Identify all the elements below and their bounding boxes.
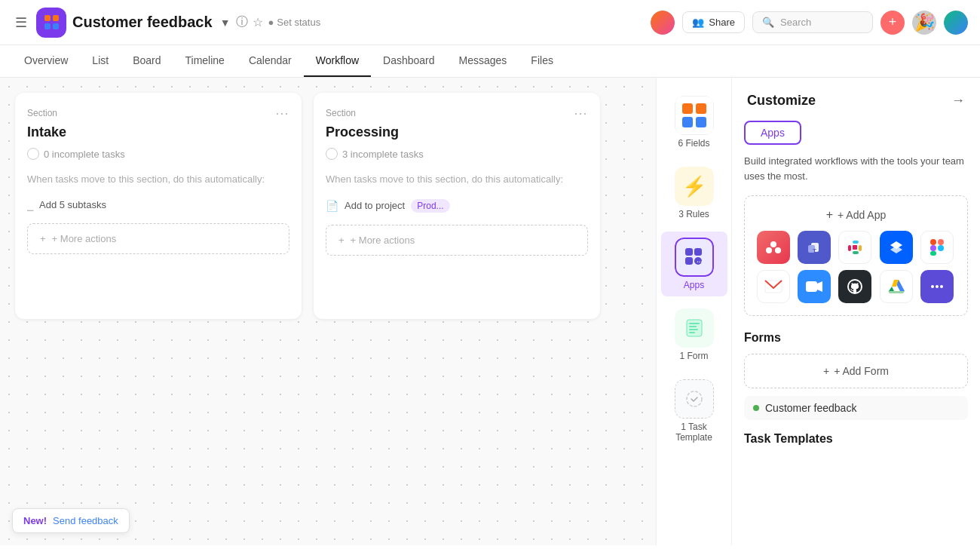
plus-icon-proc: + [338, 235, 345, 246]
tab-calendar[interactable]: Calendar [237, 45, 304, 77]
app-icon-teams[interactable]: T [798, 231, 831, 264]
svg-rect-18 [848, 245, 851, 251]
customize-panel: Customize → Apps Build integrated workfl… [731, 78, 980, 545]
main-content: Section ⋯ Intake 0 incomplete tasks When… [0, 78, 980, 545]
header: ☰ Customer feedback ▼ ⓘ ☆ ● Set status 👥 [0, 0, 980, 45]
plus-icon-app: + [826, 208, 833, 222]
set-status[interactable]: ● Set status [268, 17, 320, 28]
app-icon-github[interactable] [838, 270, 871, 303]
header-left: ☰ Customer feedback ▼ ⓘ ☆ ● Set status [12, 8, 645, 38]
svg-point-39 [936, 285, 939, 288]
sidebar-item-task-template[interactable]: 1 Task Template [661, 373, 727, 449]
add-app-button[interactable]: + + Add App [757, 208, 955, 222]
svg-rect-1 [694, 248, 702, 256]
sidebar-item-apps[interactable]: ⋯ Apps [661, 232, 727, 296]
task-templates-heading: Task Templates [744, 432, 968, 446]
plus-icon: + [40, 233, 46, 244]
svg-marker-37 [888, 291, 905, 293]
tab-list[interactable]: List [80, 45, 121, 77]
rules-label: 3 Rules [678, 209, 709, 219]
section-menu-intake[interactable]: ⋯ [275, 105, 289, 121]
share-button[interactable]: 👥 Share [682, 11, 745, 33]
svg-rect-26 [938, 239, 944, 245]
apps-description: Build integrated workflows with the tool… [744, 154, 968, 183]
customize-header: Customize → [732, 78, 980, 121]
apps-sidebar-label: Apps [684, 280, 704, 290]
app-icon-asana[interactable] [757, 231, 790, 264]
svg-rect-20 [853, 251, 859, 254]
task-template-label: 1 Task Template [667, 422, 721, 443]
more-actions-button-intake[interactable]: + + More actions [27, 223, 289, 254]
svg-marker-32 [817, 281, 822, 292]
svg-rect-31 [806, 281, 817, 292]
app-icon [36, 8, 66, 38]
svg-rect-22 [853, 245, 857, 250]
sidebar-item-rules[interactable]: ⚡ 3 Rules [661, 161, 727, 225]
section-card-intake: Section ⋯ Intake 0 incomplete tasks When… [15, 93, 302, 319]
search-box[interactable]: 🔍 Search [752, 11, 873, 33]
apps-icon-box: ⋯ [675, 238, 714, 277]
svg-rect-29 [930, 251, 936, 256]
workflow-canvas: Section ⋯ Intake 0 incomplete tasks When… [0, 78, 656, 545]
close-icon[interactable]: → [951, 93, 965, 109]
project-icon: 📄 [326, 200, 338, 212]
tab-dashboard[interactable]: Dashboard [371, 45, 447, 77]
app-icon-drive[interactable] [880, 270, 913, 303]
fields-icon-box [675, 96, 714, 135]
app-icon-zoom[interactable] [798, 270, 831, 303]
section-menu-processing[interactable]: ⋯ [574, 105, 588, 121]
add-form-button[interactable]: + + Add Form [744, 354, 968, 388]
info-icon[interactable]: ⓘ [236, 14, 248, 30]
sidebar-item-fields[interactable]: 6 Fields [661, 90, 727, 155]
tab-messages[interactable]: Messages [447, 45, 519, 77]
new-badge: New! [23, 515, 47, 526]
svg-rect-2 [685, 257, 693, 265]
task-count-processing: 3 incomplete tasks [326, 148, 588, 160]
section-label-intake: Section [27, 108, 57, 118]
app-icon-dropbox[interactable] [880, 231, 913, 264]
form-label: 1 Form [679, 351, 708, 361]
sidebar-icons-panel: 6 Fields ⚡ 3 Rules ⋯ [656, 78, 731, 545]
sidebar-item-form[interactable]: 1 Form [661, 302, 727, 367]
auto-label-intake: When tasks move to this section, do this… [27, 172, 289, 187]
tab-workflow[interactable]: Workflow [304, 45, 371, 77]
sections-row: Section ⋯ Intake 0 incomplete tasks When… [0, 78, 656, 545]
apps-tab-button[interactable]: Apps [744, 121, 801, 145]
tab-board[interactable]: Board [121, 45, 173, 77]
avatar-emoji: 🎉 [912, 11, 936, 35]
add-button[interactable]: + [880, 11, 905, 35]
app-icon-more[interactable] [920, 270, 954, 303]
form-item-customer-feedback[interactable]: Customer feedback [744, 396, 968, 420]
form-name: Customer feedback [765, 402, 856, 414]
svg-rect-27 [930, 245, 936, 251]
fields-label: 6 Fields [678, 138, 709, 149]
menu-icon[interactable]: ☰ [12, 11, 30, 34]
app-icon-figma[interactable] [920, 231, 954, 264]
task-count-intake: 0 incomplete tasks [27, 148, 289, 160]
tab-files[interactable]: Files [519, 45, 565, 77]
svg-point-11 [687, 391, 702, 406]
nav-tabs: Overview List Board Timeline Calendar Wo… [0, 45, 980, 78]
section-header-intake: Section ⋯ [27, 105, 289, 121]
app-icon-gmail[interactable] [757, 270, 790, 303]
svg-rect-25 [930, 239, 936, 245]
add-app-box: + + Add App T [744, 195, 968, 316]
app-icon-slack[interactable] [838, 231, 871, 264]
svg-marker-24 [890, 246, 902, 253]
send-feedback-link[interactable]: Send feedback [53, 515, 118, 526]
svg-rect-8 [689, 326, 697, 327]
star-icon[interactable]: ☆ [253, 15, 263, 29]
plus-icon-form: + [823, 365, 829, 377]
tab-timeline[interactable]: Timeline [173, 45, 237, 77]
section-card-processing: Section ⋯ Processing 3 incomplete tasks … [314, 93, 600, 319]
apps-grid: T [757, 231, 955, 303]
title-chevron-icon[interactable]: ▼ [220, 17, 231, 29]
svg-point-14 [775, 247, 781, 253]
svg-rect-21 [859, 245, 862, 251]
section-name-intake: Intake [27, 124, 289, 140]
auto-label-processing: When tasks move to this section, do this… [326, 172, 588, 187]
svg-marker-35 [888, 287, 894, 291]
more-actions-button-processing[interactable]: + + More actions [326, 225, 588, 256]
tab-overview[interactable]: Overview [12, 45, 80, 77]
svg-rect-19 [853, 241, 859, 244]
